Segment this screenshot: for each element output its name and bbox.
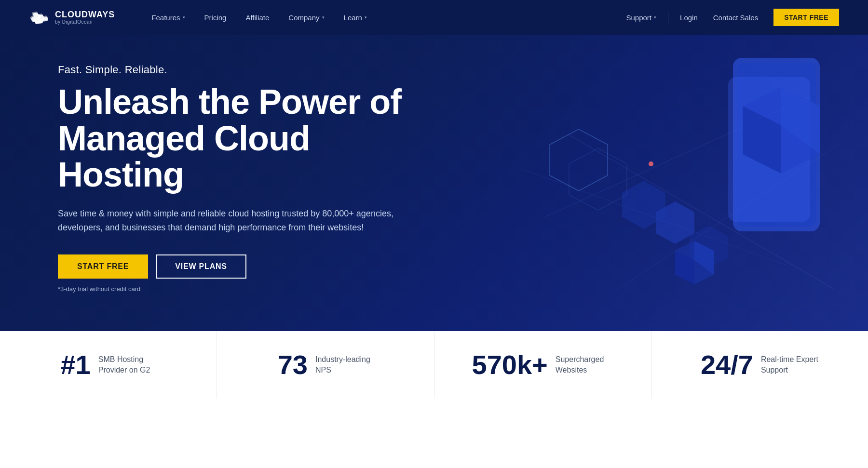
learn-chevron-icon: ▾ [365,15,367,20]
svg-point-7 [649,161,653,166]
cloudways-logo-icon [29,9,50,26]
hero-description: Save time & money with simple and reliab… [58,207,405,235]
hero-buttons: START FREE VIEW PLANS [58,254,444,279]
stat-number-3: 570k+ [472,351,547,378]
hero-graphic [473,48,839,318]
nav-contact-sales[interactable]: Contact Sales [705,10,766,26]
hero-title: Unleash the Power of Managed Cloud Hosti… [58,84,444,193]
stat-label-3: Supercharged Websites [556,354,613,376]
nav-links: Features ▾ Pricing Affiliate Company ▾ L… [144,10,618,26]
stat-item-3: 570k+ Supercharged Websites [434,331,651,399]
nav-company[interactable]: Company ▾ [281,10,332,26]
hero-illustration [473,48,839,318]
svg-marker-12 [550,129,608,191]
hero-tagline: Fast. Simple. Reliable. [58,64,444,76]
company-chevron-icon: ▾ [322,15,325,20]
logo-link[interactable]: CLOUDWAYS by DigitalOcean [29,9,115,26]
svg-marker-13 [569,148,627,210]
stat-item-1: #1 SMB Hosting Provider on G2 [0,331,217,399]
hero-title-line2: Managed Cloud Hosting [58,119,310,194]
nav-affiliate[interactable]: Affiliate [238,10,277,26]
nav-login[interactable]: Login [672,10,705,26]
features-chevron-icon: ▾ [183,15,185,20]
hero-title-line1: Unleash the Power of [58,82,401,121]
nav-learn[interactable]: Learn ▾ [336,10,375,26]
stat-label-2: Industry-leading NPS [315,354,373,376]
nav-right: Support ▾ Login Contact Sales START FREE [619,9,840,26]
logo-name: CLOUDWAYS [55,10,115,20]
stat-number-4: 24/7 [701,351,753,378]
navbar: CLOUDWAYS by DigitalOcean Features ▾ Pri… [0,0,868,35]
stat-label-4: Real-time Expert Support [761,354,819,376]
nav-divider [668,12,668,23]
hero-trial-note: *3-day trial without credit card [58,285,444,293]
logo-text-container: CLOUDWAYS by DigitalOcean [55,10,115,25]
hero-section: Fast. Simple. Reliable. Unleash the Powe… [0,35,868,331]
stat-item-4: 24/7 Real-time Expert Support [651,331,868,399]
logo-sub: by DigitalOcean [55,19,115,25]
nav-pricing[interactable]: Pricing [197,10,234,26]
hero-content: Fast. Simple. Reliable. Unleash the Powe… [58,64,444,293]
support-chevron-icon: ▾ [654,15,656,20]
nav-features[interactable]: Features ▾ [144,10,192,26]
nav-support[interactable]: Support ▾ [619,10,665,26]
stat-number-1: #1 [60,351,90,378]
hero-view-plans-button[interactable]: VIEW PLANS [156,254,246,279]
nav-start-free-button[interactable]: START FREE [773,9,839,26]
stat-number-2: 73 [278,351,308,378]
stat-item-2: 73 Industry-leading NPS [217,331,434,399]
stat-label-1: SMB Hosting Provider on G2 [98,354,156,376]
hero-start-free-button[interactable]: START FREE [58,254,148,279]
stats-section: #1 SMB Hosting Provider on G2 73 Industr… [0,331,868,399]
